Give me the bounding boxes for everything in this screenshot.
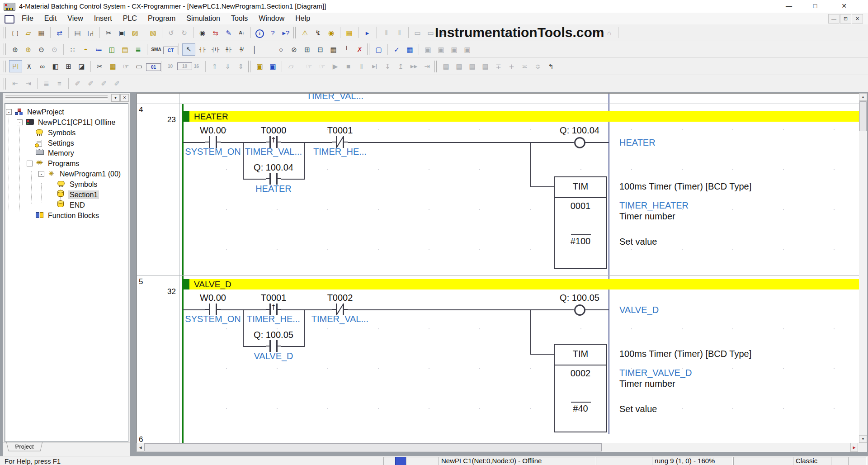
tree-expand-icon[interactable]: -: [6, 109, 12, 115]
new-file-button[interactable]: ▢: [9, 27, 21, 38]
program-check-button[interactable]: ▢: [373, 44, 385, 55]
toolbar-grip[interactable]: [4, 61, 6, 72]
new-closed-or-contact-button[interactable]: ╀/: [236, 44, 248, 55]
scroll-down-icon[interactable]: ▼: [859, 435, 867, 443]
rung-4-tim-block[interactable]: TIM0001#100: [554, 176, 607, 269]
zoom-custom-button[interactable]: ⊕: [22, 44, 34, 55]
error-log-button[interactable]: ⚠: [299, 27, 311, 38]
new-closed-coil-button[interactable]: ⊘: [288, 44, 300, 55]
work-online-simulator-button[interactable]: ▣: [267, 61, 279, 72]
section-tree-button[interactable]: ≣: [132, 44, 144, 55]
new-vertical-button[interactable]: │: [249, 44, 261, 55]
symbol-list-button[interactable]: ≔: [93, 44, 105, 55]
vertical-scroll-thumb[interactable]: [859, 101, 867, 131]
rung-4-comment-bar[interactable]: [189, 111, 859, 122]
horizontal-scroll-thumb[interactable]: [144, 443, 602, 451]
toolbar-grip[interactable]: [434, 61, 437, 72]
rung-list-button[interactable]: ▤: [119, 44, 131, 55]
tree-item-section1[interactable]: Section1: [5, 190, 127, 199]
menu-help[interactable]: Help: [290, 13, 316, 24]
new-horizontal-button[interactable]: ─: [262, 44, 274, 55]
horizontal-scrollbar[interactable]: ◀ ▶: [137, 443, 859, 452]
minimize-button[interactable]: —: [778, 0, 799, 12]
io-table-edit-button[interactable]: ✂: [94, 61, 106, 72]
replace-button[interactable]: ⇆: [209, 27, 222, 38]
zoom-in-button[interactable]: ⊕: [9, 44, 21, 55]
maximize-button[interactable]: □: [805, 0, 826, 12]
scroll-right-icon[interactable]: ▶: [850, 443, 858, 452]
close-button[interactable]: ✕: [834, 0, 854, 12]
toolbar-grip[interactable]: [367, 43, 369, 55]
cross-reference-report-button[interactable]: ∞: [36, 61, 48, 72]
new-fb-invocation-button[interactable]: ▦: [327, 44, 340, 55]
cross-reference-button[interactable]: ▸: [361, 27, 373, 38]
zoom-out-button[interactable]: ⊖: [35, 44, 47, 55]
grid-toggle-button[interactable]: ∷: [66, 44, 79, 55]
find-symbol-button[interactable]: ✎: [222, 27, 235, 38]
comment-grid-button[interactable]: ▦: [404, 44, 416, 55]
menu-program[interactable]: Program: [142, 13, 181, 24]
compile-button[interactable]: ✓: [391, 44, 403, 55]
panel-grip[interactable]: [5, 97, 108, 100]
tree-item-symbols[interactable]: Symbols: [5, 180, 127, 189]
new-instruction-button[interactable]: ⊞: [301, 44, 313, 55]
ct-view-button[interactable]: CT: [163, 44, 175, 55]
tree-item-programs[interactable]: -Programs: [5, 159, 127, 168]
select-tool-button[interactable]: ↖: [182, 43, 195, 56]
toggle-project-window-button[interactable]: ◰: [9, 60, 22, 72]
menu-edit[interactable]: Edit: [39, 13, 62, 24]
sort-symbols-button[interactable]: A↓: [236, 27, 248, 38]
tree-item-settings[interactable]: Settings: [5, 139, 127, 148]
toolbar-grip[interactable]: [4, 43, 6, 55]
new-window-button[interactable]: ⊞: [62, 61, 75, 72]
rung-4-coil[interactable]: [574, 137, 585, 148]
output-window-button[interactable]: ↯: [312, 27, 324, 38]
tree-expand-icon[interactable]: -: [17, 119, 23, 125]
panel-dropdown-icon[interactable]: ▾: [111, 94, 120, 102]
paste-button[interactable]: ▨: [129, 27, 141, 38]
save-button[interactable]: ▦: [35, 27, 47, 38]
tree-item-newproject[interactable]: -NewProject: [5, 108, 127, 117]
menu-file[interactable]: File: [16, 13, 39, 24]
new-line-connect-button[interactable]: └: [340, 44, 353, 55]
delete-tool-button[interactable]: ✗: [354, 44, 366, 55]
tree-item-memory[interactable]: Memory: [5, 149, 127, 158]
new-closed-contact-button[interactable]: ┤/├: [209, 44, 222, 55]
build-program-button[interactable]: ⊼: [23, 61, 35, 72]
menu-insert[interactable]: Insert: [89, 13, 118, 24]
cut-button[interactable]: ✂: [103, 27, 115, 38]
rung-annotation-button[interactable]: ◓: [80, 44, 92, 55]
go-to-rung-button[interactable]: ↰: [545, 61, 557, 72]
toolbar-grip[interactable]: [375, 27, 377, 38]
tree-item-function-blocks[interactable]: Function Blocks: [5, 211, 127, 220]
memory-card-button[interactable]: ▭: [133, 61, 145, 72]
rung-5-coil[interactable]: [574, 304, 585, 316]
watch-window-button[interactable]: ◉: [325, 27, 337, 38]
menu-view[interactable]: View: [62, 13, 88, 24]
properties-button[interactable]: i: [254, 27, 266, 38]
tree-item-symbols[interactable]: Symbols: [5, 128, 127, 138]
watch-sheet-button[interactable]: ▦: [343, 27, 355, 38]
print-button[interactable]: ▤: [71, 27, 84, 38]
help-topics-button[interactable]: ?: [267, 27, 279, 38]
find-button[interactable]: ◉: [196, 27, 208, 38]
panel-splitter[interactable]: [130, 93, 137, 456]
child-minimize-button[interactable]: —: [828, 14, 840, 24]
paste-special-button[interactable]: ▧: [147, 27, 159, 38]
file-convert-button[interactable]: ⇄: [53, 27, 66, 38]
new-coil-button[interactable]: ○: [275, 44, 287, 55]
open-file-button[interactable]: ▱: [22, 27, 34, 38]
menu-window[interactable]: Window: [253, 13, 290, 24]
force-status-button[interactable]: ☞: [120, 61, 132, 72]
rung-5-comment-bar[interactable]: [189, 279, 859, 289]
tree-expand-icon[interactable]: -: [38, 171, 44, 177]
panel-close-icon[interactable]: ✕: [120, 94, 129, 102]
tree-expand-icon[interactable]: -: [27, 161, 33, 166]
scroll-up-icon[interactable]: ▲: [859, 93, 867, 101]
toolbar-grip[interactable]: [248, 61, 250, 72]
print-preview-button[interactable]: ◲: [85, 27, 97, 38]
context-help-button[interactable]: ▸?: [280, 27, 292, 38]
io-comment-view-button[interactable]: ◫: [106, 44, 118, 55]
new-or-contact-button[interactable]: ╀├: [222, 44, 235, 55]
menu-plc[interactable]: PLC: [118, 13, 142, 24]
